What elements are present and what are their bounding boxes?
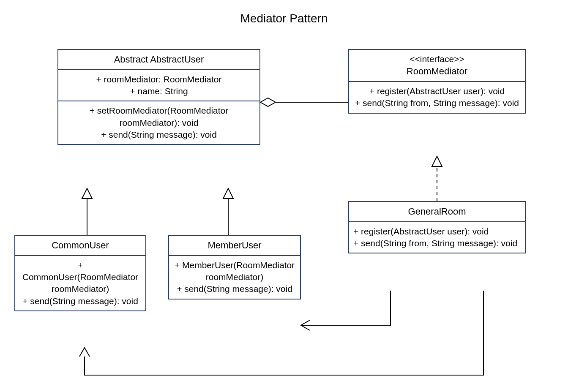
assoc-generalroom-memberuser	[301, 291, 390, 330]
diagram-title: Mediator Pattern	[0, 12, 568, 25]
realization-general-room	[432, 156, 442, 201]
stereotype-room-mediator: <<interface>>	[353, 53, 521, 65]
class-abstract-user: Abstract AbstractUser + roomMediator: Ro…	[57, 49, 260, 145]
class-ops-abstract-user: + setRoomMediator(RoomMediator roomMedia…	[58, 101, 259, 144]
class-ops-room-mediator: + register(AbstractUser user): void + se…	[349, 82, 525, 113]
generalization-member-user	[223, 188, 233, 235]
class-name-common-user: CommonUser	[15, 236, 145, 256]
class-room-mediator: <<interface>> RoomMediator + register(Ab…	[348, 49, 526, 114]
svg-marker-7	[432, 156, 442, 166]
class-name-room-mediator: RoomMediator	[353, 65, 521, 78]
class-member-user: MemberUser + MemberUser(RoomMediator roo…	[168, 235, 301, 299]
class-name-abstract-user: Abstract AbstractUser	[58, 50, 259, 70]
class-ops-member-user: + MemberUser(RoomMediator roomMediator) …	[169, 256, 300, 299]
class-ops-general-room: + register(AbstractUser user): void + se…	[349, 222, 525, 253]
svg-marker-3	[82, 188, 92, 199]
class-common-user: CommonUser + CommonUser(RoomMediator roo…	[14, 235, 146, 311]
svg-marker-1	[260, 98, 276, 106]
svg-marker-5	[223, 188, 233, 199]
class-ops-common-user: + CommonUser(RoomMediator roomMediator) …	[15, 256, 145, 310]
aggregation-abstract-user-room-mediator	[260, 98, 348, 106]
class-name-member-user: MemberUser	[169, 236, 300, 256]
class-header-room-mediator: <<interface>> RoomMediator	[349, 50, 525, 82]
class-general-room: GeneralRoom + register(AbstractUser user…	[348, 201, 526, 253]
generalization-common-user	[82, 188, 92, 235]
class-name-general-room: GeneralRoom	[349, 202, 525, 222]
class-attrs-abstract-user: + roomMediator: RoomMediator + name: Str…	[58, 70, 259, 102]
